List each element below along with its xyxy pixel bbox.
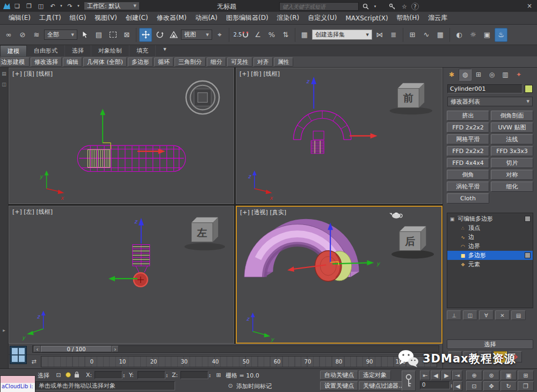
panel-geometry-all[interactable]: 几何体 (全部)	[83, 57, 127, 67]
select-and-scale-icon[interactable]	[167, 28, 180, 42]
listener-pane[interactable]: aCloudLib i:	[1, 383, 35, 392]
save-file-icon[interactable]: ◫	[35, 1, 46, 11]
zoom-icon[interactable]: ⊕	[466, 371, 482, 380]
ribbon-minimize-caret-icon[interactable]: ▼	[160, 45, 170, 54]
remove-modifier-icon[interactable]: ✕	[495, 310, 510, 320]
menu-help[interactable]: 帮助(H)	[393, 13, 424, 23]
modifier-button[interactable]: FFD 4x4x4	[447, 158, 489, 168]
select-and-rotate-icon[interactable]	[153, 28, 166, 42]
go-to-start-icon[interactable]: ⇤	[420, 371, 430, 380]
viewport-left-label[interactable]: [+] [左] [线框]	[12, 208, 53, 216]
previous-frame-icon[interactable]: ◀	[431, 371, 441, 380]
app-logo-icon[interactable]	[3, 3, 11, 10]
previous-frame-arrow-icon[interactable]: ‹	[34, 346, 41, 352]
next-frame-arrow-icon[interactable]: ›	[112, 346, 119, 352]
object-name-field[interactable]: Cylinder001	[447, 84, 523, 93]
modifier-button[interactable]: 网格平滑	[447, 134, 489, 144]
maximize-viewport-toggle-icon[interactable]: ❒	[518, 381, 534, 391]
selection-filter-dropdown[interactable]: 全部 ▼	[44, 30, 77, 40]
render-production-icon[interactable]: ♨	[495, 28, 507, 42]
selection-lock-icon[interactable]	[74, 371, 79, 380]
polygon-mode-icon[interactable]: ■	[494, 351, 507, 362]
key-icon[interactable]	[387, 2, 397, 11]
scene-explorer-window-icon[interactable]	[10, 346, 27, 364]
cylinder-object-left-view[interactable]	[133, 244, 150, 272]
reference-cube-left[interactable]: 左	[184, 217, 225, 251]
viewport-front[interactable]: [+] [前] [线框]	[236, 68, 442, 204]
stack-row-polygon-selected[interactable]: ■ 多边形	[447, 251, 533, 260]
isolate-selection-bulb-icon[interactable]	[66, 372, 71, 378]
grid-toggle-icon[interactable]: ⊞	[214, 371, 223, 379]
named-selection-set-dropdown[interactable]: 创建选择集 ▼	[312, 30, 372, 40]
set-key-button[interactable]: 设置关键点	[320, 381, 358, 390]
modifier-button[interactable]: FFD 2x2x2	[447, 146, 489, 156]
menu-modifiers[interactable]: 修改器(M)	[153, 13, 191, 23]
panel-polygon-modeling[interactable]: 多边形建模	[1, 57, 30, 67]
modifier-button[interactable]: 法线	[491, 134, 533, 144]
reference-cube-back[interactable]: 后	[391, 226, 434, 258]
select-by-name-icon[interactable]: ▤	[92, 28, 105, 42]
orbit-icon[interactable]: ↻	[500, 381, 517, 391]
cylinder-object-top-view[interactable]	[77, 146, 185, 172]
stack-row-element[interactable]: ❖ 元素	[447, 260, 533, 269]
reference-cube-front[interactable]: 前	[390, 83, 433, 115]
pin-stack-icon[interactable]: ⊥	[447, 310, 461, 320]
left-dock-tab-icon[interactable]: ◫	[1, 81, 8, 88]
panel-tris[interactable]: 三角剖分	[175, 57, 206, 67]
stack-eye-toggle[interactable]	[525, 252, 531, 258]
key-filters-button[interactable]: 关键点过滤器...	[359, 381, 409, 390]
panel-properties[interactable]: 属性	[274, 57, 293, 67]
selection-set-key-dropdown[interactable]: 选定对象	[359, 371, 391, 380]
align-icon[interactable]: ≣	[387, 28, 400, 42]
menu-graph-editors[interactable]: 图形编辑器(D)	[222, 13, 273, 23]
left-dock-tab-icon[interactable]: ▤	[1, 70, 8, 77]
add-time-tag-label[interactable]: 添加时间标记	[236, 382, 272, 390]
move-gizmo[interactable]: z	[306, 77, 377, 139]
track-bar-ruler[interactable]: 0 10 20 30 40 50 60 70 80 90 100	[41, 356, 437, 367]
viewport-top[interactable]: [+] [顶] [线框]	[9, 68, 234, 204]
stack-row-vertex[interactable]: ∴ 顶点	[447, 223, 533, 233]
vertex-mode-icon[interactable]: ∴	[448, 351, 462, 362]
spinner-snap-icon[interactable]: ⇅	[279, 28, 292, 42]
undo-icon[interactable]: ↶	[47, 1, 58, 11]
auto-key-button[interactable]: 自动关键点	[320, 371, 358, 380]
redo-icon[interactable]: ↷	[64, 1, 75, 11]
open-file-icon[interactable]: ❐	[24, 1, 34, 11]
z-coordinate-field[interactable]: ▴▾	[180, 371, 211, 379]
menu-rendering[interactable]: 渲染(R)	[273, 13, 304, 23]
curve-editor-icon[interactable]: ∿	[420, 28, 433, 42]
stack-row-edge[interactable]: ∿ 边	[447, 233, 533, 242]
menu-customize[interactable]: 自定义(U)	[303, 13, 341, 23]
motion-tab-icon[interactable]: ◎	[485, 69, 498, 81]
window-crossing-icon[interactable]: ⊠	[120, 28, 133, 42]
angle-snap-icon[interactable]: ∠	[251, 28, 264, 42]
selection-rollout-header[interactable]: 选择	[447, 339, 533, 349]
menu-views[interactable]: 视图(V)	[90, 13, 121, 23]
ribbon-tab-modeling[interactable]: 建模	[0, 45, 27, 56]
stack-row-editable-poly[interactable]: ▣ 可编辑多边形	[447, 214, 533, 223]
cylinder-object-front-view[interactable]	[311, 131, 324, 154]
close-icon[interactable]: ×	[524, 1, 535, 11]
menu-maxscript[interactable]: MAXScript(X)	[341, 14, 392, 22]
bind-to-space-warp-icon[interactable]: ≋	[30, 28, 43, 42]
modifier-button[interactable]: 倒角	[447, 170, 489, 180]
y-coordinate-field[interactable]: ▴▾	[137, 371, 168, 379]
viewport-left[interactable]: [+] [左] [线框]	[9, 206, 234, 344]
macro-recorder-pane[interactable]	[1, 376, 35, 383]
modifier-button[interactable]: 挤出	[447, 111, 489, 121]
ribbon-tab-populate[interactable]: 填充	[129, 45, 156, 56]
modifier-button[interactable]: 对称	[491, 170, 533, 180]
modifier-button[interactable]: 涡轮平滑	[447, 182, 489, 192]
create-tab-icon[interactable]: ✱	[445, 69, 458, 81]
search-input[interactable]	[279, 2, 359, 11]
edge-mode-icon[interactable]: ∿	[463, 351, 477, 362]
modifier-button[interactable]: 切片	[491, 158, 533, 168]
modify-tab-icon[interactable]: ◍	[459, 69, 471, 81]
display-tab-icon[interactable]: ▥	[499, 69, 512, 81]
use-pivot-point-icon[interactable]: ⌖	[213, 28, 226, 42]
viewport-perspective[interactable]: [+] [透视] [真实]	[236, 206, 442, 344]
menu-create[interactable]: 创建(C)	[121, 13, 153, 23]
menu-animation[interactable]: 动画(A)	[191, 13, 222, 23]
maxscript-mini-listener[interactable]: aCloudLib i:	[0, 375, 35, 392]
select-object-icon[interactable]	[78, 28, 91, 42]
